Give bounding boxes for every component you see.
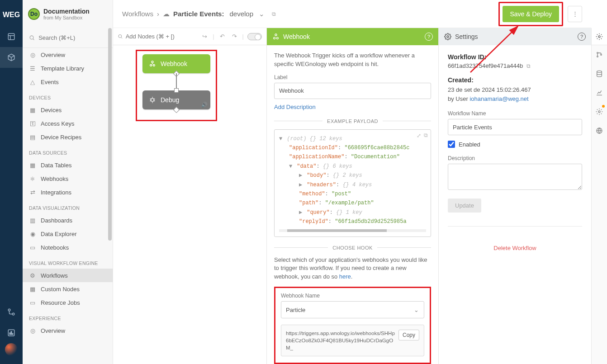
gear-icon (596, 33, 603, 40)
svg-line-10 (33, 39, 34, 40)
add-nodes-input[interactable] (126, 33, 197, 40)
payload-scrollbar[interactable] (279, 229, 426, 232)
breadcrumbs: Workflows › ☁ Particle Events: develop ⌄… (122, 10, 276, 18)
here-link[interactable]: here (339, 273, 351, 280)
rail-chart-icon[interactable] (0, 322, 23, 343)
json-val: "66f1ad5db2d9d2525985a (335, 218, 406, 225)
nav-label: Custom Nodes (41, 286, 80, 293)
rail-box-icon[interactable] (0, 47, 23, 68)
nav-events[interactable]: △Events (23, 75, 113, 89)
description-textarea[interactable] (448, 164, 582, 190)
rail-branch-icon[interactable] (592, 45, 607, 64)
svg-point-9 (30, 36, 33, 39)
svg-rect-8 (12, 334, 13, 335)
help-icon[interactable]: ? (578, 33, 586, 41)
sound-icon: 🔊 (201, 102, 208, 108)
sidebar-scrollbar[interactable] (108, 28, 112, 241)
nav-label: Template Library (41, 65, 84, 72)
nav-label: Overview (41, 327, 65, 334)
webhook-url: https://triggers.app.wnology.io/webhooks… (286, 330, 395, 351)
svg-point-29 (597, 56, 598, 57)
update-button[interactable]: Update (448, 199, 481, 213)
nav-integrations[interactable]: ⇄Integrations (23, 185, 113, 199)
rail-workflow-icon[interactable] (0, 302, 23, 322)
nav-devices[interactable]: ▦Devices (23, 103, 113, 117)
breadcrumb-root[interactable]: Workflows (122, 10, 153, 18)
panel-title: Settings (455, 33, 574, 40)
workflow-name-input[interactable] (448, 119, 582, 135)
search-input[interactable] (38, 34, 106, 41)
nav-resource-jobs[interactable]: ▭Resource Jobs (23, 296, 113, 309)
help-icon[interactable]: ? (425, 33, 433, 41)
json-val: "Documentation" (351, 154, 400, 160)
add-description-link[interactable]: Add Description (274, 104, 316, 110)
table-icon: ▦ (29, 161, 36, 169)
nav-label: Devices (41, 107, 62, 113)
nav-label: Integrations (41, 189, 71, 196)
node-webhook[interactable]: Webhook (142, 54, 210, 73)
rail-bug-icon[interactable] (592, 102, 607, 121)
node-label: Debug (161, 96, 179, 104)
nav-access-keys[interactable]: ⚿Access Keys (23, 117, 113, 130)
nav-workflows[interactable]: ⚙Workflows (23, 269, 113, 282)
webhook-select[interactable] (281, 301, 424, 318)
settings-panel: Settings ? Workflow ID: 66f1ad323754ef9e… (439, 28, 591, 364)
section-devices: DEVICES (23, 89, 113, 103)
enabled-checkbox[interactable] (448, 141, 455, 148)
nav-label: Data Tables (41, 162, 71, 169)
nav-template-library[interactable]: ☰Template Library (23, 61, 113, 75)
node-port-in[interactable] (174, 88, 179, 93)
choose-hook-desc: Select which of your application's webho… (274, 256, 431, 282)
nav-data-tables[interactable]: ▦Data Tables (23, 158, 113, 172)
add-nodes[interactable] (118, 33, 197, 40)
nav-device-recipes[interactable]: ▤Device Recipes (23, 130, 113, 144)
json-val: "post" (332, 191, 351, 197)
redo2-icon[interactable]: ↷ (230, 32, 239, 41)
json-key: "applicationName" (289, 154, 344, 160)
canvas[interactable]: Webhook Debug 🔊 (113, 45, 267, 364)
section-datasources: DATA SOURCES (23, 144, 113, 158)
branch-name[interactable]: develop (229, 10, 253, 18)
rail-chart-icon[interactable] (592, 83, 607, 102)
nav-webhooks[interactable]: ⚛Webhooks (23, 172, 113, 185)
delete-workflow-link[interactable]: Delete Workflow (448, 245, 582, 251)
expand-icon[interactable]: ⤢ (417, 132, 421, 139)
nav-dashboards[interactable]: ▥Dashboards (23, 213, 113, 227)
nav-custom-nodes[interactable]: ▩Custom Nodes (23, 282, 113, 296)
copy-icon[interactable]: ⧉ (424, 132, 428, 139)
svg-point-15 (152, 61, 153, 63)
node-debug[interactable]: Debug 🔊 (142, 90, 210, 109)
nav-data-explorer[interactable]: ◉Data Explorer (23, 227, 113, 241)
rail-database-icon[interactable] (592, 64, 607, 83)
view-toggle[interactable] (247, 33, 262, 40)
rail-globe-icon[interactable] (592, 121, 607, 140)
json-key: "method" (299, 191, 325, 197)
recipe-icon: ▤ (29, 133, 36, 141)
svg-point-28 (597, 52, 598, 54)
search-bar[interactable] (23, 28, 113, 48)
copy-icon[interactable]: ⧉ (272, 11, 276, 17)
nav-label: Workflows (41, 272, 68, 279)
redo-icon[interactable]: ↪ (200, 32, 209, 41)
json-key: "data" (297, 163, 316, 170)
svg-line-20 (154, 99, 155, 99)
copy-icon[interactable]: ⧉ (526, 63, 531, 69)
save-deploy-button[interactable]: Save & Deploy (503, 6, 559, 22)
copy-button[interactable]: Copy (398, 330, 419, 340)
undo-icon[interactable]: ↶ (218, 32, 227, 41)
nav-notebooks[interactable]: ▭Notebooks (23, 241, 113, 254)
kebab-menu[interactable]: ⋮ (568, 6, 582, 22)
rail-dashboard-icon[interactable] (0, 26, 23, 47)
created-by-user[interactable]: iohanamaria@weg.net (469, 95, 528, 102)
logo[interactable]: WEG (0, 4, 23, 26)
rail-avatar[interactable] (0, 343, 23, 364)
explorer-icon: ◉ (29, 230, 36, 237)
nav-label: Resource Jobs (41, 299, 80, 306)
section-engine: VISUAL WORKFLOW ENGINE (23, 254, 113, 269)
chevron-down-icon[interactable]: ⌄ (259, 10, 265, 18)
right-gear-tab[interactable] (591, 28, 607, 45)
label-input[interactable] (274, 83, 431, 99)
nav-overview[interactable]: ◎Overview (23, 48, 113, 61)
nav-exp-overview[interactable]: ◎Overview (23, 324, 113, 337)
webhook-icon (149, 60, 156, 67)
